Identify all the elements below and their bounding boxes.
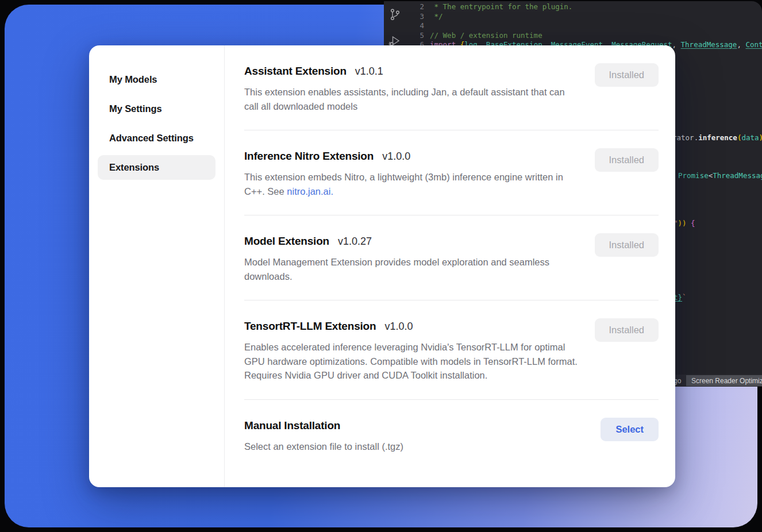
extensions-list: Assistant Extension v1.0.1 This extensio… bbox=[225, 45, 675, 487]
screen-reader-status[interactable]: Screen Reader Optimized bbox=[686, 375, 762, 386]
extension-row: Assistant Extension v1.0.1 This extensio… bbox=[244, 45, 659, 130]
extension-action-button[interactable]: Installed bbox=[595, 63, 659, 87]
sidebar-item-advanced-settings[interactable]: Advanced Settings bbox=[98, 126, 215, 151]
settings-modal: My Models My Settings Advanced Settings … bbox=[89, 45, 675, 487]
extension-version: v1.0.0 bbox=[384, 321, 413, 333]
sidebar-item-my-models[interactable]: My Models bbox=[98, 67, 215, 92]
extension-link[interactable]: nitro.jan.ai. bbox=[287, 186, 333, 196]
extension-name: Inference Nitro Extension bbox=[244, 149, 374, 163]
screenshot-canvas: 2 * The entrypoint for the plugin.3 */45… bbox=[0, 0, 762, 532]
code-fragment: Promise<ThreadMessage> bbox=[678, 171, 762, 180]
code-fragment: t}` bbox=[674, 293, 687, 302]
sidebar-item-label: Extensions bbox=[109, 162, 159, 173]
extension-row: TensortRT-LLM Extension v1.0.0 Enables a… bbox=[244, 300, 659, 399]
extension-row: Manual Installation Select an extension … bbox=[244, 399, 659, 471]
extension-name: Manual Installation bbox=[244, 419, 340, 433]
extension-version: v1.0.27 bbox=[338, 236, 372, 248]
extension-description: This extension embeds Nitro, a lightweig… bbox=[244, 170, 580, 198]
sidebar-item-label: My Settings bbox=[109, 103, 162, 114]
extension-description: Model Management Extension provides mode… bbox=[244, 255, 580, 283]
extension-name: TensortRT-LLM Extension bbox=[244, 319, 376, 333]
code-fragment: ")) { bbox=[674, 219, 695, 228]
extension-action-button[interactable]: Installed bbox=[595, 318, 659, 342]
extension-version: v1.0.1 bbox=[355, 65, 383, 78]
editor-code-area[interactable]: 2 * The entrypoint for the plugin.3 */45… bbox=[384, 2, 762, 50]
code-fragment: rator.inference(data)); bbox=[672, 133, 762, 142]
extension-version: v1.0.0 bbox=[382, 151, 410, 163]
extension-action-button[interactable]: Installed bbox=[595, 233, 659, 257]
extension-name: Model Extension bbox=[244, 234, 329, 248]
extension-description: This extension enables assistants, inclu… bbox=[244, 85, 580, 113]
settings-sidebar: My Models My Settings Advanced Settings … bbox=[89, 45, 225, 487]
sidebar-item-my-settings[interactable]: My Settings bbox=[98, 97, 215, 121]
extension-row: Inference Nitro Extension v1.0.0 This ex… bbox=[244, 130, 659, 215]
sidebar-item-label: Advanced Settings bbox=[109, 133, 194, 144]
extension-name: Assistant Extension bbox=[244, 64, 347, 78]
extension-row: Model Extension v1.0.27 Model Management… bbox=[244, 215, 659, 300]
sidebar-item-label: My Models bbox=[109, 74, 157, 85]
extension-action-button[interactable]: Installed bbox=[595, 148, 659, 172]
sidebar-item-extensions[interactable]: Extensions bbox=[98, 155, 215, 180]
extension-description: Select an extension file to install (.tg… bbox=[244, 440, 580, 454]
extension-action-button[interactable]: Select bbox=[601, 418, 659, 441]
extension-description: Enables accelerated inference leveraging… bbox=[244, 340, 580, 383]
